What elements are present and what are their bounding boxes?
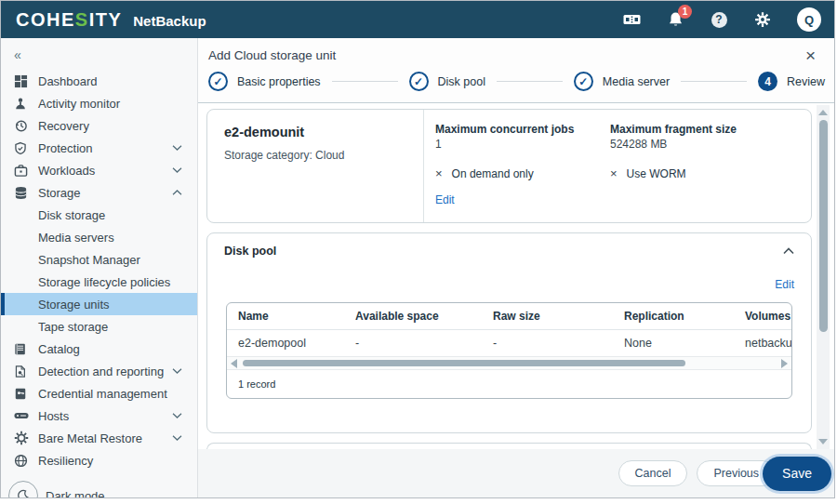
chevron-down-icon: [172, 413, 182, 419]
sidebar-item-snapshot-manager[interactable]: Snapshot Manager: [1, 248, 197, 271]
step-basic-properties[interactable]: ✓Basic properties: [208, 72, 321, 91]
detection-reporting-icon: [14, 364, 31, 378]
bell-icon[interactable]: 1: [666, 10, 684, 29]
chevron-down-icon: [172, 167, 182, 174]
table-cell: e2-demopool: [227, 337, 344, 350]
hosts-icon: [14, 408, 31, 423]
wizard-stepper: ✓Basic properties✓Disk pool✓Media server…: [198, 64, 834, 103]
sidebar-item-tape-storage[interactable]: Tape storage: [1, 315, 197, 338]
dark-mode-toggle[interactable]: Dark mode: [1, 479, 197, 497]
sidebar-item-disk-storage[interactable]: Disk storage: [1, 204, 197, 226]
dark-mode-icon: [8, 481, 38, 497]
sidebar-item-label: Credential management: [38, 387, 167, 401]
sidebar-item-label: Dashboard: [38, 74, 98, 88]
chevron-down-icon: [172, 435, 182, 442]
scroll-up-icon[interactable]: [818, 110, 828, 115]
catalog-icon: [14, 341, 31, 356]
dashboard-icon: [14, 73, 31, 88]
sidebar-item-activity-monitor[interactable]: Activity monitor: [1, 92, 197, 114]
step-media-server[interactable]: ✓Media server: [574, 72, 670, 91]
sidebar-item-label: Recovery: [38, 119, 89, 133]
top-bar: COHESITY NetBackup 1 ? Q: [1, 1, 834, 38]
step-label: Disk pool: [438, 75, 485, 88]
collapse-chevron-icon[interactable]: [783, 247, 794, 255]
next-section-card-partial: [206, 443, 812, 449]
column-header-name: Name: [227, 310, 344, 323]
sidebar: « DashboardActivity monitorRecoveryProte…: [1, 38, 198, 497]
flag-use-worm: ×Use WORM: [610, 166, 811, 180]
resiliency-icon: [14, 453, 31, 468]
scroll-down-icon[interactable]: [818, 439, 828, 444]
table-cell: netbackup: [734, 337, 792, 350]
storage-unit-name: e2-demounit: [224, 125, 423, 139]
storage-icon: [14, 185, 31, 200]
wizard-panel: Add Cloud storage unit × ✓Basic properti…: [198, 38, 834, 497]
sidebar-item-resiliency[interactable]: Resiliency: [1, 449, 197, 471]
review-field-column: Maximum fragment size524288 MB×Use WORM: [610, 123, 811, 222]
horizontal-scroll-thumb[interactable]: [243, 360, 685, 366]
save-button[interactable]: Save: [763, 457, 831, 491]
disk-pool-edit-link[interactable]: Edit: [775, 278, 794, 291]
sidebar-collapse-button[interactable]: «: [1, 38, 197, 70]
field-value: 524288 MB: [610, 138, 811, 151]
column-header-replication: Replication: [613, 310, 734, 323]
step-connector: [497, 81, 563, 82]
sidebar-item-dashboard[interactable]: Dashboard: [1, 70, 197, 92]
scroll-right-icon[interactable]: [781, 359, 788, 368]
sidebar-item-catalog[interactable]: Catalog: [1, 338, 197, 360]
close-icon[interactable]: ×: [805, 49, 816, 62]
sidebar-item-recovery[interactable]: Recovery: [1, 114, 197, 137]
sidebar-item-hosts[interactable]: Hosts: [1, 405, 197, 427]
step-check-icon: ✓: [574, 72, 593, 91]
flag-on-demand-only: ×On demand only: [435, 166, 610, 180]
scroll-left-icon[interactable]: [231, 359, 237, 368]
sidebar-item-storage-lifecycle-policies[interactable]: Storage lifecycle policies: [1, 271, 197, 293]
table-header-row: NameAvailable spaceRaw sizeReplicationVo…: [227, 303, 791, 330]
sidebar-item-bare-metal-restore[interactable]: Bare Metal Restore: [1, 427, 197, 449]
field-label: Maximum concurrent jobs: [435, 123, 610, 136]
sidebar-item-workloads[interactable]: Workloads: [1, 159, 197, 181]
vertical-scroll-thumb[interactable]: [819, 120, 828, 332]
step-number: 4: [758, 72, 777, 91]
step-check-icon: ✓: [208, 72, 228, 91]
column-header-volumes: Volumes: [734, 310, 792, 323]
chevron-up-icon: [172, 190, 182, 196]
field-label: Maximum fragment size: [610, 123, 811, 136]
table-row[interactable]: e2-demopool--Nonenetbackup: [227, 330, 791, 356]
step-label: Basic properties: [237, 75, 321, 88]
help-icon[interactable]: ?: [710, 10, 728, 29]
sidebar-item-protection[interactable]: Protection: [1, 137, 197, 159]
sidebar-item-media-servers[interactable]: Media servers: [1, 226, 197, 248]
product-name: NetBackup: [133, 13, 206, 29]
credential-management-icon: [14, 386, 31, 401]
sidebar-item-label: Hosts: [38, 409, 69, 423]
table-horizontal-scrollbar[interactable]: [227, 356, 791, 370]
disk-pool-card: Disk pool Edit NameAvailable spaceRaw si…: [206, 232, 812, 433]
sidebar-item-detection-and-reporting[interactable]: Detection and reporting: [1, 360, 197, 382]
chevron-down-icon: [172, 368, 182, 375]
sidebar-item-label: Catalog: [38, 342, 80, 356]
vertical-scrollbar[interactable]: [817, 105, 830, 449]
sidebar-item-credential-management[interactable]: Credential management: [1, 382, 197, 405]
license-icon[interactable]: [622, 10, 641, 29]
notification-badge: 1: [678, 5, 692, 19]
gear-icon[interactable]: [753, 10, 772, 29]
chevron-down-icon: [172, 145, 182, 152]
cancel-button[interactable]: Cancel: [618, 460, 688, 486]
logo: COHESITY NetBackup: [16, 9, 206, 31]
protection-icon: [14, 140, 31, 155]
sidebar-item-storage[interactable]: Storage: [1, 181, 197, 204]
top-actions: 1 ? Q: [622, 7, 821, 32]
step-disk-pool[interactable]: ✓Disk pool: [409, 72, 485, 91]
activity-monitor-icon: [14, 96, 31, 111]
sidebar-item-label: Resiliency: [38, 454, 93, 468]
step-review[interactable]: 4Review: [758, 72, 825, 91]
sidebar-item-label: Storage: [38, 186, 81, 200]
avatar[interactable]: Q: [797, 7, 821, 32]
step-label: Media server: [603, 75, 670, 88]
page-title: Add Cloud storage unit: [208, 48, 336, 62]
sidebar-item-label: Detection and reporting: [38, 365, 164, 378]
unit-edit-link[interactable]: Edit: [435, 193, 455, 206]
bare-metal-restore-icon: [14, 431, 31, 445]
sidebar-item-storage-units[interactable]: Storage units: [1, 293, 197, 315]
